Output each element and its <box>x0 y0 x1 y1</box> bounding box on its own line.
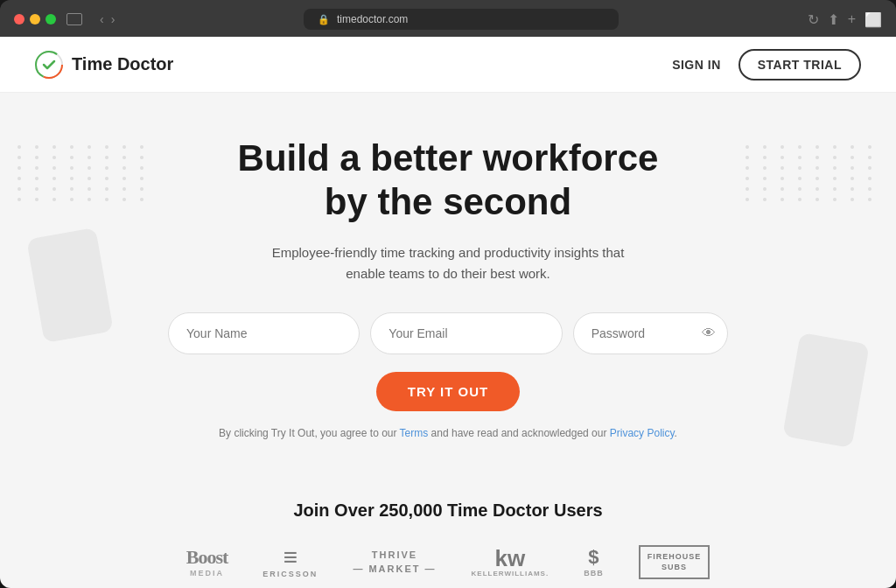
hero-headline: Build a better workforce by the second <box>238 136 659 225</box>
minimize-button[interactable] <box>30 14 40 24</box>
hero-subheadline: Employee-friendly time tracking and prod… <box>264 242 632 284</box>
window-icon <box>66 13 82 25</box>
hero-section: for(let i=0;i<48;i++) document.write('<d… <box>0 93 896 474</box>
address-bar[interactable]: 🔒 timedoctor.com <box>304 9 619 30</box>
url-text: timedoctor.com <box>337 13 408 25</box>
logos-headline: Join Over 250,000 Time Doctor Users <box>35 500 861 521</box>
name-input[interactable] <box>168 312 360 354</box>
back-button[interactable]: ‹ <box>100 12 104 26</box>
toggle-password-icon[interactable]: 👁 <box>702 326 716 341</box>
close-button[interactable] <box>14 14 24 24</box>
address-bar-wrapper: 🔒 timedoctor.com <box>125 9 796 30</box>
dots-right: for(let i=0;i<48;i++) document.write('<d… <box>746 145 878 201</box>
maximize-button[interactable] <box>46 14 56 24</box>
browser-chrome: ‹ › 🔒 timedoctor.com ↻ ⬆ + ⬜ <box>0 0 896 37</box>
blob-right <box>782 332 870 448</box>
email-input[interactable] <box>370 312 562 354</box>
browser-window: ‹ › 🔒 timedoctor.com ↻ ⬆ + ⬜ <box>0 0 896 588</box>
signup-form: 👁 <box>168 312 728 354</box>
logo-text: Time Doctor <box>72 54 173 74</box>
traffic-lights <box>14 14 56 24</box>
dots-left: for(let i=0;i<48;i++) document.write('<d… <box>18 145 150 201</box>
logo: Time Doctor <box>35 51 173 79</box>
blob-left <box>26 228 114 343</box>
logos-row: Boost MEDIA ≡ ERICSSON THRIVE— MARKET — … <box>35 545 861 579</box>
password-wrapper: 👁 <box>573 312 728 354</box>
ericsson-logo: ≡ ERICSSON <box>262 545 318 578</box>
browser-controls: ‹ › <box>100 12 115 26</box>
firehouse-subs-logo: FIREHOUSESUBS <box>639 545 710 579</box>
logos-section: Join Over 250,000 Time Doctor Users Boos… <box>0 474 896 588</box>
lock-icon: 🔒 <box>318 14 330 25</box>
sign-in-button[interactable]: SIGN IN <box>672 58 721 72</box>
logo-icon <box>35 51 63 79</box>
thrive-market-logo: THRIVE— MARKET — <box>353 548 436 577</box>
keller-williams-logo: kw KELLERWILLIAMS. <box>472 547 550 578</box>
bbb-logo: $ BBB <box>584 546 604 578</box>
tabs-icon[interactable]: ⬜ <box>864 11 882 28</box>
try-it-out-button[interactable]: TRY IT OUT <box>376 372 521 411</box>
privacy-policy-link[interactable]: Privacy Policy <box>610 427 675 439</box>
share-icon[interactable]: ⬆ <box>828 11 839 28</box>
start-trial-button[interactable]: START TRIAL <box>738 49 861 80</box>
terms-text: By clicking Try It Out, you agree to our… <box>219 427 677 439</box>
terms-link[interactable]: Terms <box>400 427 429 439</box>
browser-actions: ↻ ⬆ + ⬜ <box>808 11 882 28</box>
new-tab-icon[interactable]: + <box>848 11 856 27</box>
page-content: Time Doctor SIGN IN START TRIAL for(let … <box>0 37 896 588</box>
nav-actions: SIGN IN START TRIAL <box>672 49 861 80</box>
navbar: Time Doctor SIGN IN START TRIAL <box>0 37 896 93</box>
boost-logo: Boost MEDIA <box>186 546 228 578</box>
reload-icon[interactable]: ↻ <box>808 11 819 28</box>
forward-button[interactable]: › <box>111 12 116 26</box>
